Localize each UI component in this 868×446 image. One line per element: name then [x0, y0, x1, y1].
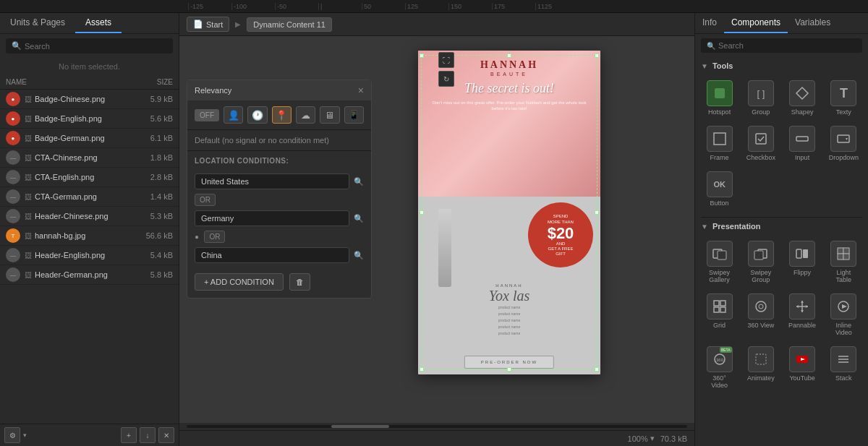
input-icon	[789, 126, 815, 152]
condition-input-us[interactable]	[195, 173, 349, 189]
file-size: 56.6 kB	[137, 231, 173, 240]
tool-swipey-gallery[interactable]: Swipey Gallery	[701, 238, 738, 286]
file-icon: ●	[6, 111, 20, 126]
tool-360-view[interactable]: 360 View	[742, 291, 779, 339]
breadcrumb-start[interactable]: 📄 Start	[187, 17, 229, 32]
location-icon-button[interactable]: 📍	[272, 106, 292, 124]
list-item[interactable]: — 🖼 CTA-German.png 1.4 kB	[0, 187, 179, 207]
relevancy-dialog: Relevancy × OFF 👤 🕐 📍 ☁ 🖥 📱 Default (no …	[187, 80, 372, 299]
delete-condition-button[interactable]: 🗑	[289, 273, 310, 291]
list-item[interactable]: — 🖼 CTA-English.png 2.8 kB	[0, 168, 179, 187]
settings-icon-button[interactable]: ⚙	[4, 427, 20, 443]
file-name: hannah-bg.jpg	[35, 231, 137, 240]
tools-section-title: Tools	[712, 61, 733, 70]
tool-hotspot[interactable]: Hotspot	[701, 77, 738, 119]
tool-swipey-group[interactable]: Swipey Group	[742, 238, 779, 286]
button-icon: OK	[707, 171, 733, 197]
breadcrumb-page-label: Dynamic Content 11	[253, 20, 326, 29]
tool-checkbox[interactable]: Checkbox	[742, 123, 779, 164]
file-icon: ●	[6, 131, 20, 145]
dialog-close-button[interactable]: ×	[358, 85, 364, 96]
list-item[interactable]: — 🖼 CTA-Chinese.png 1.8 kB	[0, 148, 179, 168]
breadcrumb-arrow-icon: ▶	[235, 20, 241, 28]
tool-dropdown[interactable]: Dropdown	[825, 123, 862, 164]
ruler-mark: 1125	[535, 3, 579, 10]
tool-grid[interactable]: Grid	[701, 291, 738, 339]
tool-inline-video[interactable]: Inline Video	[825, 291, 862, 339]
zoom-dropdown-icon[interactable]: ▾	[650, 434, 655, 443]
add-asset-button[interactable]: +	[121, 427, 137, 443]
presentation-section-header[interactable]: ▼ Presentation	[695, 218, 868, 235]
file-icon: —	[6, 248, 20, 262]
tab-assets[interactable]: Assets	[75, 13, 122, 33]
list-item[interactable]: — 🖼 Header-English.png 5.4 kB	[0, 246, 179, 265]
tab-info[interactable]: Info	[695, 13, 724, 33]
file-name: CTA-English.png	[35, 173, 137, 181]
file-list: ● 🖼 Badge-Chinese.png 5.9 kB ● 🖼 Badge-E…	[0, 90, 179, 424]
add-condition-button[interactable]: + ADD CONDITION	[195, 273, 284, 291]
clock-icon-button[interactable]: 🕐	[247, 106, 267, 124]
tool-texty[interactable]: T Texty	[825, 77, 862, 119]
device-icon-button[interactable]: 📱	[344, 106, 364, 124]
delete-asset-button[interactable]: ✕	[158, 427, 174, 443]
ad-signature-area: HANNAH Yox las product nameproduct namep…	[418, 283, 600, 337]
image-icon: 🖼	[25, 173, 32, 181]
breadcrumb-page[interactable]: Dynamic Content 11	[247, 17, 332, 32]
component-search-input[interactable]	[718, 41, 856, 50]
tools-section-header[interactable]: ▼ Tools	[695, 57, 868, 74]
stack-label: Stack	[835, 374, 852, 382]
image-icon: 🖼	[25, 252, 32, 260]
search-icon: 🔍	[12, 41, 22, 51]
canvas-viewport[interactable]: Relevancy × OFF 👤 🕐 📍 ☁ 🖥 📱 Default (no …	[179, 36, 694, 423]
tool-input[interactable]: Input	[784, 123, 821, 164]
tool-group[interactable]: [ ] Group	[742, 77, 779, 119]
import-asset-button[interactable]: ↓	[140, 427, 156, 443]
condition-input-china[interactable]	[195, 247, 349, 263]
list-item[interactable]: ● 🖼 Badge-Chinese.png 5.9 kB	[0, 90, 179, 109]
expand-canvas-button[interactable]: ⛶	[438, 52, 454, 68]
list-item[interactable]: — 🖼 Header-German.png 5.8 kB	[0, 265, 179, 285]
ad-headline: The secret is out!	[464, 81, 554, 97]
list-item[interactable]: ● 🖼 Badge-German.png 6.1 kB	[0, 129, 179, 148]
svg-rect-0	[715, 88, 725, 98]
360-video-icon: 360 BETA	[707, 346, 733, 372]
tool-youtube[interactable]: YouTube	[784, 343, 821, 392]
tool-360-video[interactable]: 360 BETA 360° Video	[701, 343, 738, 392]
svg-rect-18	[720, 301, 726, 306]
refresh-canvas-button[interactable]: ↻	[438, 71, 454, 87]
swipey-group-icon	[748, 241, 774, 267]
svg-rect-3	[756, 134, 766, 144]
tab-variables[interactable]: Variables	[788, 13, 838, 33]
youtube-label: YouTube	[789, 374, 814, 382]
file-icon: —	[6, 189, 20, 204]
tab-components[interactable]: Components	[724, 13, 788, 33]
ad-signature-name: Yox las	[489, 288, 530, 304]
list-item[interactable]: ● 🖼 Badge-English.png 5.6 kB	[0, 109, 179, 129]
tool-frame[interactable]: Frame	[701, 123, 738, 164]
canvas-scrollbar[interactable]	[179, 423, 694, 430]
tool-shapey[interactable]: Shapey	[784, 77, 821, 119]
toggle-off-button[interactable]: OFF	[195, 109, 219, 121]
tool-light-table[interactable]: Light Table	[825, 238, 862, 286]
tool-pannable[interactable]: Pannable	[784, 291, 821, 339]
right-panel-tabs: Info Components Variables	[695, 13, 868, 34]
tool-animatey[interactable]: Animatey	[742, 343, 779, 392]
canvas-footer: 100% ▾ 70.3 kB	[179, 430, 694, 446]
weather-icon-button[interactable]: ☁	[296, 106, 315, 124]
list-item[interactable]: T 🖼 hannah-bg.jpg 56.6 kB	[0, 226, 179, 246]
tool-flippy[interactable]: Flippy	[784, 238, 821, 286]
condition-input-germany[interactable]	[195, 210, 349, 226]
ruler-marks: -125 -100 -50 | 50 125 150 175 1125	[188, 3, 868, 10]
screen-icon-button[interactable]: 🖥	[320, 106, 339, 124]
ruler-mark: |	[318, 3, 362, 10]
dropdown-label: Dropdown	[829, 154, 859, 161]
tool-button[interactable]: OK Button	[701, 168, 738, 210]
list-item[interactable]: — 🖼 Header-Chinese.png 5.3 kB	[0, 207, 179, 226]
people-icon-button[interactable]: 👤	[224, 106, 243, 124]
dialog-section-label: LOCATION CONDITIONS:	[187, 151, 371, 171]
scroll-thumb[interactable]	[331, 425, 389, 428]
tool-stack[interactable]: Stack	[825, 343, 862, 392]
ad-brand-name: HANNAH	[480, 59, 538, 71]
tab-units-pages[interactable]: Units & Pages	[0, 13, 75, 33]
asset-search-input[interactable]	[25, 42, 167, 51]
